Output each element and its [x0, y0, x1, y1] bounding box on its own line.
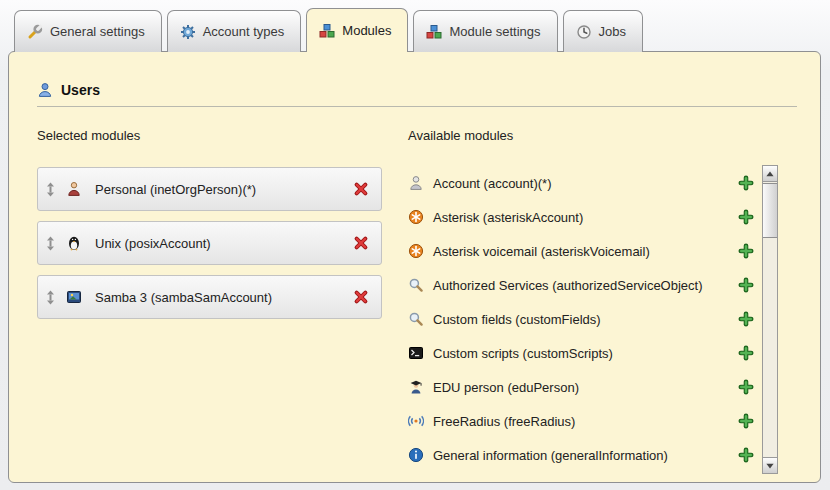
tab-module-settings[interactable]: Module settings [413, 10, 557, 52]
available-module-row: EDU person (eduPerson) [408, 370, 754, 404]
person-icon [66, 181, 82, 197]
available-module-row: Custom fields (customFields) [408, 302, 754, 336]
selected-modules-list: Personal (inetOrgPerson)(*) Unix (posixA… [37, 167, 382, 319]
available-module-row: Authorized Services (authorizedServiceOb… [408, 268, 754, 302]
scrollbar-thumb[interactable] [763, 183, 777, 238]
info-icon [408, 447, 424, 463]
add-module-button[interactable] [738, 311, 754, 327]
terminal-icon [408, 345, 424, 361]
account-person-icon [408, 175, 424, 191]
module-settings-icon [426, 24, 442, 40]
users-section-title: Users [61, 82, 100, 98]
available-module-row: FreeRadius (freeRadius) [408, 404, 754, 438]
selected-module-row: Unix (posixAccount) [37, 221, 382, 265]
app-window: General settings Account types Modules M… [0, 0, 830, 490]
tab-account-types[interactable]: Account types [167, 10, 302, 52]
selected-modules-column: Selected modules Personal (inetOrgPerson… [37, 128, 382, 329]
available-module-row: Asterisk voicemail (asteriskVoicemail) [408, 234, 754, 268]
user-icon [37, 82, 53, 98]
wifi-icon [408, 413, 424, 429]
users-section-header: Users [37, 82, 797, 98]
remove-module-button[interactable] [353, 289, 369, 305]
samba-icon [66, 289, 82, 305]
magnifier-icon [408, 277, 424, 293]
available-modules-heading: Available modules [408, 128, 754, 143]
add-module-button[interactable] [738, 413, 754, 429]
scroll-up-button[interactable] [763, 166, 777, 182]
graduate-icon [408, 379, 424, 395]
selected-modules-heading: Selected modules [37, 128, 382, 143]
add-module-button[interactable] [738, 209, 754, 225]
modules-icon [319, 23, 335, 39]
tab-modules[interactable]: Modules [306, 8, 408, 52]
add-module-button[interactable] [738, 345, 754, 361]
scroll-down-button[interactable] [763, 457, 777, 473]
add-module-button[interactable] [738, 175, 754, 191]
drag-handle-icon[interactable] [46, 236, 55, 251]
add-module-button[interactable] [738, 447, 754, 463]
available-module-row: General information (generalInformation) [408, 438, 754, 472]
asterisk-icon [408, 209, 424, 225]
available-modules-list: Account (account)(*) Asterisk (asteriskA… [408, 166, 754, 472]
selected-module-row: Samba 3 (sambaSamAccount) [37, 275, 382, 319]
drag-handle-icon[interactable] [46, 182, 55, 197]
remove-module-button[interactable] [353, 181, 369, 197]
magnifier-icon [408, 311, 424, 327]
tab-jobs[interactable]: Jobs [563, 10, 643, 52]
available-module-row: Account (account)(*) [408, 166, 754, 200]
tab-general-settings[interactable]: General settings [14, 10, 162, 52]
asterisk-icon [408, 243, 424, 259]
add-module-button[interactable] [738, 379, 754, 395]
drag-handle-icon[interactable] [46, 290, 55, 305]
available-module-row: Custom scripts (customScripts) [408, 336, 754, 370]
available-module-row: Asterisk (asteriskAccount) [408, 200, 754, 234]
add-module-button[interactable] [738, 243, 754, 259]
available-modules-scrollbar[interactable] [762, 165, 778, 474]
gear-icon [180, 24, 196, 40]
users-section-divider: Users [37, 82, 797, 107]
settings-tabbar: General settings Account types Modules M… [14, 8, 648, 52]
available-modules-column: Available modules Account (account)(*) A… [408, 128, 754, 472]
clock-icon [576, 24, 592, 40]
add-module-button[interactable] [738, 277, 754, 293]
wrench-icon [27, 24, 43, 40]
modules-panel: Users Selected modules Personal (inetOrg… [8, 51, 821, 483]
penguin-icon [66, 235, 82, 251]
remove-module-button[interactable] [353, 235, 369, 251]
selected-module-row: Personal (inetOrgPerson)(*) [37, 167, 382, 211]
